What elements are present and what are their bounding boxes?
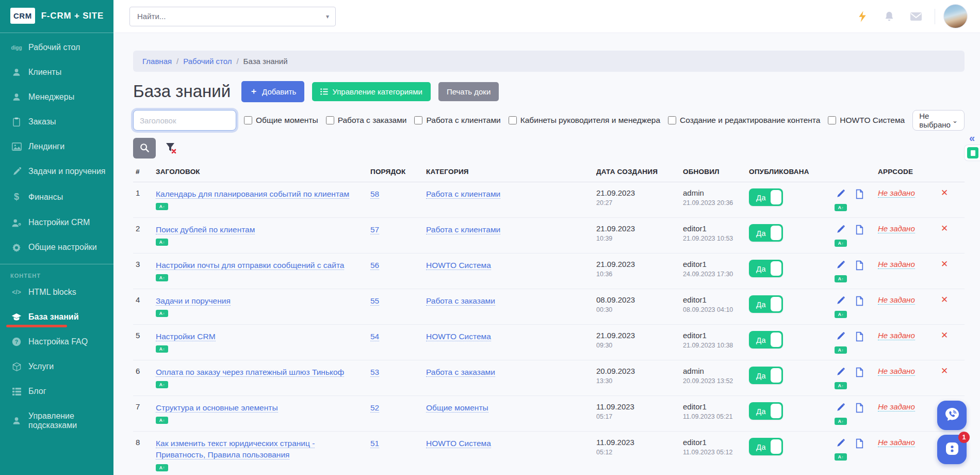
collapse-panel-icon[interactable]: « [969, 132, 975, 144]
brand[interactable]: CRM F-CRM + SITE [0, 0, 113, 31]
published-toggle[interactable]: Да [749, 260, 783, 277]
published-toggle[interactable]: Да [749, 438, 783, 455]
delete-icon[interactable]: ✕ [941, 365, 948, 376]
translate-badge-icon[interactable]: A↑ [835, 311, 847, 318]
translate-badge-icon[interactable]: A↑ [835, 275, 847, 282]
translate-badge-icon[interactable]: A↑ [156, 381, 168, 388]
published-toggle[interactable]: Да [749, 402, 783, 420]
checkbox-input[interactable] [244, 116, 252, 124]
translate-badge-icon[interactable]: A↑ [835, 240, 847, 247]
sidebar-item-managers[interactable]: Менеджеры [0, 85, 113, 109]
sidebar-item-tasks[interactable]: Задачи и поручения [0, 159, 113, 184]
document-icon[interactable] [855, 367, 864, 389]
published-toggle[interactable]: Да [749, 295, 783, 313]
checkbox-cabinets[interactable]: Кабинеты руководителя и менеджера [509, 116, 660, 125]
search-button[interactable] [133, 138, 156, 159]
published-toggle[interactable]: Да [749, 367, 783, 384]
delete-icon[interactable]: ✕ [941, 223, 948, 233]
translate-badge-icon[interactable]: A↑ [835, 382, 847, 389]
edit-icon[interactable] [836, 367, 845, 376]
sidebar-item-orders[interactable]: Заказы [0, 109, 113, 134]
article-title-link[interactable]: Настройки CRM [156, 332, 216, 341]
checkbox-clients[interactable]: Работа с клиентами [414, 116, 500, 125]
clear-filter-icon[interactable] [165, 141, 178, 155]
translate-badge-icon[interactable]: A↑ [835, 418, 847, 425]
edit-icon[interactable] [836, 189, 845, 198]
viber-button[interactable] [937, 401, 967, 430]
sidebar-item-faq[interactable]: ? Настройка FAQ [0, 329, 113, 354]
appcode-link[interactable]: Не задано [878, 188, 915, 198]
order-link[interactable]: 57 [370, 225, 379, 234]
checkbox-general[interactable]: Общие моменты [244, 116, 318, 125]
document-icon[interactable] [855, 225, 864, 247]
edit-icon[interactable] [836, 296, 845, 305]
add-button[interactable]: ＋Добавить [241, 81, 304, 102]
chat-button[interactable]: 1 [937, 435, 967, 464]
translate-badge-icon[interactable]: A↑ [835, 204, 847, 211]
translate-badge-icon[interactable]: A↑ [835, 453, 847, 461]
appcode-link[interactable]: Не задано [878, 331, 915, 340]
delete-icon[interactable]: ✕ [941, 294, 948, 305]
checkbox-input[interactable] [414, 116, 422, 124]
edit-icon[interactable] [836, 438, 845, 448]
edit-icon[interactable] [836, 403, 845, 412]
sidebar-item-desktop[interactable]: digg Рабочий стол [0, 35, 113, 60]
translate-badge-icon[interactable]: A↑ [156, 417, 168, 424]
delete-icon[interactable]: ✕ [941, 258, 948, 269]
edit-icon[interactable] [836, 260, 845, 270]
appcode-link[interactable]: Не задано [878, 402, 915, 411]
category-link[interactable]: Общие моменты [426, 403, 488, 413]
published-toggle[interactable]: Да [749, 224, 783, 242]
order-link[interactable]: 55 [370, 296, 379, 306]
published-toggle[interactable]: Да [749, 331, 783, 349]
sidebar-item-hints[interactable]: Управление подсказками [0, 404, 113, 438]
sidebar-item-landings[interactable]: Лендинги [0, 134, 113, 159]
lightning-icon[interactable] [849, 10, 876, 23]
order-link[interactable]: 53 [370, 368, 379, 377]
article-title-link[interactable]: Настройки почты для отправки сообщений с… [156, 261, 344, 270]
delete-icon[interactable]: ✕ [941, 329, 948, 340]
category-link[interactable]: Работа с заказами [426, 368, 495, 377]
order-link[interactable]: 54 [370, 332, 379, 341]
print-docs-button[interactable]: Печать доки [438, 82, 499, 101]
checkbox-content[interactable]: Создание и редактирование контента [668, 116, 820, 125]
sidebar-item-blog[interactable]: Блог [0, 379, 113, 404]
side-widget-tab[interactable] [964, 145, 980, 161]
translate-badge-icon[interactable]: A↑ [156, 239, 168, 246]
envelope-icon[interactable] [903, 12, 929, 21]
sidebar-item-html-blocks[interactable]: </> HTML blocks [0, 280, 113, 305]
manage-categories-button[interactable]: Управление категориями [312, 82, 431, 101]
article-title-link[interactable]: Оплата по заказу через платежный шлюз Ти… [156, 368, 344, 377]
checkbox-orders[interactable]: Работа с заказами [326, 116, 407, 125]
order-link[interactable]: 56 [370, 261, 379, 270]
bell-icon[interactable] [876, 10, 903, 23]
category-link[interactable]: HOWTO Система [426, 261, 491, 270]
category-link[interactable]: Работа с клиентами [426, 225, 500, 234]
checkbox-howto[interactable]: HOWTO Система [828, 116, 905, 125]
appcode-link[interactable]: Не задано [878, 438, 915, 447]
article-title-link[interactable]: Календарь для планирования событий по кл… [156, 189, 349, 199]
document-icon[interactable] [855, 296, 864, 318]
translate-badge-icon[interactable]: A↑ [156, 310, 168, 317]
appcode-link[interactable]: Не задано [878, 224, 915, 233]
translate-badge-icon[interactable]: A↑ [156, 203, 168, 210]
sidebar-item-finance[interactable]: $ Финансы [0, 184, 113, 210]
checkbox-input[interactable] [828, 116, 836, 124]
order-link[interactable]: 51 [370, 439, 379, 448]
article-title-link[interactable]: Структура и основные элементы [156, 403, 278, 413]
published-toggle[interactable]: Да [749, 188, 783, 206]
category-link[interactable]: Работа с клиентами [426, 189, 500, 199]
article-title-link[interactable]: Поиск дублей по клиентам [156, 225, 255, 234]
edit-icon[interactable] [836, 331, 845, 341]
order-link[interactable]: 52 [370, 403, 379, 413]
article-title-link[interactable]: Как изменить текст юридических страниц -… [156, 439, 315, 460]
order-link[interactable]: 58 [370, 189, 379, 199]
category-link[interactable]: HOWTO Система [426, 332, 491, 341]
sidebar-item-knowledge-base[interactable]: База знаний [0, 305, 113, 329]
translate-badge-icon[interactable]: A↑ [835, 346, 847, 354]
translate-badge-icon[interactable]: A↑ [156, 274, 168, 281]
breadcrumb-desktop-link[interactable]: Рабочий стол [183, 57, 232, 66]
appcode-link[interactable]: Не задано [878, 295, 915, 305]
category-link[interactable]: HOWTO Система [426, 439, 491, 448]
global-search-select[interactable]: Найти... ▾ [129, 7, 336, 26]
